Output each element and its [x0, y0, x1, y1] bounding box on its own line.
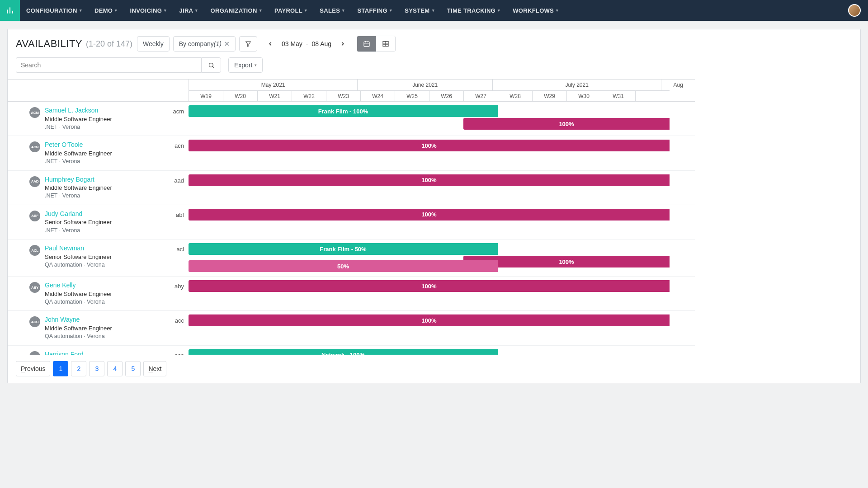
- person-role: Middle Software Engineer: [45, 290, 112, 298]
- svg-marker-3: [246, 42, 251, 47]
- chevron-down-icon: ▾: [164, 8, 166, 13]
- row-bars: 100%: [189, 205, 695, 212]
- close-icon[interactable]: ✕: [224, 40, 230, 47]
- chevron-right-icon: [340, 41, 346, 47]
- person-meta: QA automation · Verona: [45, 298, 112, 306]
- person-name-link[interactable]: Samuel L. Jackson: [45, 106, 112, 115]
- nav-right: [841, 0, 868, 21]
- allocation-bar[interactable]: Frank Film - 100%: [189, 105, 498, 117]
- search-button[interactable]: [201, 57, 221, 73]
- row-left: ACCJohn WayneMiddle Software EngineerQA …: [8, 311, 189, 345]
- person-avatar: ACM: [29, 107, 40, 118]
- gantt-scroll[interactable]: May 2021June 2021July 2021Aug W19W20W21W…: [8, 79, 860, 355]
- row-info: Peter O'TooleMiddle Software Engineer.NE…: [45, 141, 112, 165]
- nav-item-invoicing[interactable]: INVOICING▾: [124, 0, 173, 21]
- week-header: W29: [532, 90, 566, 101]
- search-wrap: [16, 57, 221, 73]
- allocation-bar[interactable]: Frank Film - 50%: [189, 243, 498, 255]
- nav-item-sales[interactable]: SALES▾: [313, 0, 351, 21]
- pagination-next[interactable]: Next: [143, 361, 166, 376]
- period-button[interactable]: Weekly: [137, 36, 170, 52]
- month-header: May 2021: [189, 80, 357, 90]
- person-name-link[interactable]: Harrison Ford: [45, 350, 112, 355]
- chevron-down-icon: ▾: [498, 8, 500, 13]
- week-header: W22: [292, 90, 326, 101]
- svg-line-13: [212, 66, 214, 68]
- pagination-page-5[interactable]: 5: [125, 361, 141, 376]
- person-name-link[interactable]: Judy Garland: [45, 210, 112, 219]
- allocation-bar[interactable]: 100%: [189, 174, 670, 186]
- prev-range-button[interactable]: [264, 36, 277, 52]
- person-name-link[interactable]: Gene Kelly: [45, 281, 112, 290]
- allocation-bar[interactable]: Network - 100%: [189, 349, 498, 355]
- nav-item-label: SYSTEM: [405, 7, 429, 14]
- nav-item-payroll[interactable]: PAYROLL▾: [268, 0, 313, 21]
- export-button[interactable]: Export ▾: [228, 57, 263, 73]
- search-input[interactable]: [16, 57, 201, 73]
- row-left: ACLPaul NewmanSenior Software EngineerQA…: [8, 239, 189, 273]
- date-nav: 03 May - 08 Aug: [264, 36, 349, 52]
- row-left: ACEHarrison FordMiddle Software Engineer…: [8, 346, 189, 355]
- nav-item-time-tracking[interactable]: TIME TRACKING▾: [441, 0, 506, 21]
- person-meta: QA automation · Verona: [45, 333, 112, 341]
- person-avatar: ACN: [29, 141, 40, 152]
- allocation-bar[interactable]: 100%: [189, 140, 670, 151]
- person-name-link[interactable]: Peter O'Toole: [45, 141, 112, 150]
- week-header: W27: [463, 90, 498, 101]
- person-name-link[interactable]: Paul Newman: [45, 244, 112, 253]
- table-row: AADHumphrey BogartMiddle Software Engine…: [8, 171, 695, 205]
- group-by-count: (1): [214, 40, 222, 47]
- table-row: ACMSamuel L. JacksonMiddle Software Engi…: [8, 102, 695, 136]
- nav-item-configuration[interactable]: CONFIGURATION▾: [20, 0, 88, 21]
- allocation-bar[interactable]: 50%: [189, 260, 498, 272]
- nav-item-jira[interactable]: JIRA▾: [173, 0, 204, 21]
- gantt-area: May 2021June 2021July 2021Aug W19W20W21W…: [8, 79, 860, 355]
- week-header: W28: [498, 90, 532, 101]
- nav-item-label: INVOICING: [130, 7, 162, 14]
- week-header: W21: [257, 90, 292, 101]
- person-avatar: ACC: [29, 316, 40, 327]
- calendar-icon: [363, 40, 370, 47]
- nav-item-staffing[interactable]: STAFFING▾: [351, 0, 398, 21]
- nav-item-label: TIME TRACKING: [447, 7, 495, 14]
- allocation-bar[interactable]: 100%: [189, 280, 670, 292]
- person-meta: .NET · Verona: [45, 192, 112, 200]
- person-name-link[interactable]: Humphrey Bogart: [45, 175, 112, 184]
- gantt-header: May 2021June 2021July 2021Aug W19W20W21W…: [8, 79, 695, 102]
- table-view-button[interactable]: [376, 36, 395, 52]
- user-avatar[interactable]: [848, 4, 861, 17]
- brand-logo[interactable]: [0, 0, 20, 21]
- chevron-down-icon: ▾: [195, 8, 198, 13]
- nav-item-organization[interactable]: ORGANIZATION▾: [204, 0, 268, 21]
- filter-button[interactable]: [239, 36, 257, 52]
- group-by-button[interactable]: By company (1) ✕: [173, 36, 236, 52]
- allocation-bar[interactable]: 100%: [463, 118, 670, 130]
- calendar-view-button[interactable]: [357, 36, 376, 52]
- nav-item-system[interactable]: SYSTEM▾: [398, 0, 441, 21]
- pagination-prev[interactable]: Previous: [16, 361, 50, 376]
- person-code: aby: [175, 283, 184, 290]
- person-avatar: ACE: [29, 351, 40, 355]
- gantt-rows[interactable]: ACMSamuel L. JacksonMiddle Software Engi…: [8, 102, 695, 355]
- table-row: ACCJohn WayneMiddle Software EngineerQA …: [8, 311, 695, 345]
- person-name-link[interactable]: John Wayne: [45, 315, 112, 324]
- row-bars: Network - 100%100%: [189, 346, 695, 353]
- nav-item-demo[interactable]: DEMO▾: [88, 0, 124, 21]
- allocation-bar[interactable]: 100%: [189, 314, 670, 326]
- person-role: Middle Software Engineer: [45, 324, 112, 333]
- table-row: ABYGene KellyMiddle Software EngineerQA …: [8, 277, 695, 311]
- pagination-page-4[interactable]: 4: [107, 361, 123, 376]
- month-header: Aug: [661, 80, 695, 90]
- month-header: July 2021: [492, 80, 661, 90]
- pagination-page-3[interactable]: 3: [89, 361, 104, 376]
- allocation-bar[interactable]: 100%: [189, 209, 670, 221]
- nav-item-label: ORGANIZATION: [211, 7, 257, 14]
- nav-item-workflows[interactable]: WORKFLOWS▾: [506, 0, 565, 21]
- chevron-down-icon: ▾: [305, 8, 307, 13]
- next-range-button[interactable]: [336, 36, 349, 52]
- pagination-page-1[interactable]: 1: [53, 361, 68, 376]
- pagination-page-2[interactable]: 2: [71, 361, 86, 376]
- row-left: ABFJudy GarlandSenior Software Engineer.…: [8, 205, 189, 239]
- pagination: Previous12345Next: [8, 355, 860, 378]
- date-range[interactable]: 03 May - 08 Aug: [277, 36, 336, 52]
